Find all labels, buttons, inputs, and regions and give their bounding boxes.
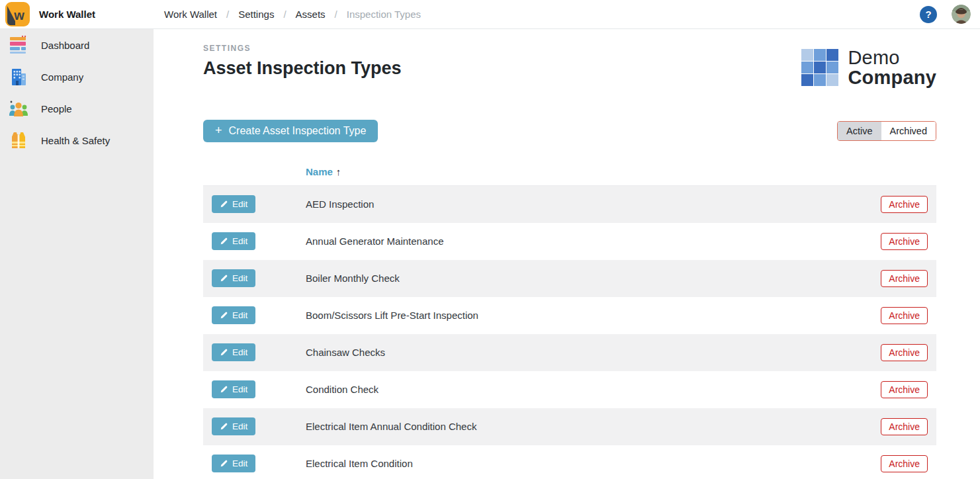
breadcrumb-inspection-types: Inspection Types	[347, 9, 421, 20]
table-row: Edit AED Inspection Archive	[203, 186, 936, 223]
pencil-icon	[220, 238, 228, 245]
sidebar-item-dashboard[interactable]: Dashboard	[0, 29, 154, 61]
edit-button-label: Edit	[232, 421, 247, 431]
sort-ascending-icon[interactable]: ↑	[336, 166, 341, 177]
demo-company-logo: Demo Company	[801, 48, 936, 88]
table-row: Edit Annual Generator Maintenance Archiv…	[203, 223, 936, 260]
filter-active-button[interactable]: Active	[838, 122, 881, 140]
help-icon[interactable]: ?	[920, 6, 937, 23]
row-name: Boiler Monthly Check	[306, 273, 881, 284]
topbar-actions: ?	[920, 5, 980, 24]
row-name: Condition Check	[306, 384, 881, 395]
user-avatar[interactable]	[952, 5, 971, 24]
edit-button[interactable]: Edit	[212, 380, 255, 398]
sidebar-item-company[interactable]: Company	[0, 61, 154, 93]
pencil-icon	[220, 312, 228, 320]
active-archived-toggle: Active Archived	[837, 121, 936, 141]
archive-button[interactable]: Archive	[881, 307, 928, 324]
breadcrumb-separator: /	[335, 9, 337, 20]
safety-vest-icon	[8, 130, 29, 151]
pencil-icon	[220, 386, 228, 394]
sidebar-item-label: Health & Safety	[41, 135, 110, 146]
edit-button-label: Edit	[232, 458, 247, 468]
edit-button-label: Edit	[232, 347, 247, 357]
sidebar-item-label: People	[41, 103, 72, 114]
archive-button[interactable]: Archive	[881, 270, 928, 287]
sidebar: Dashboard Company	[0, 29, 154, 479]
edit-button[interactable]: Edit	[212, 455, 255, 472]
pencil-icon	[220, 200, 228, 208]
edit-button-label: Edit	[232, 310, 247, 320]
table-header: Name ↑	[203, 158, 936, 186]
company-logo-grid-icon	[801, 49, 838, 86]
table-row: Edit Electrical Item Annual Condition Ch…	[203, 408, 936, 445]
pencil-icon	[220, 460, 228, 468]
breadcrumb-separator: /	[283, 9, 286, 20]
top-bar: w Work Wallet Work Wallet / Settings / A…	[0, 0, 980, 29]
edit-button-label: Edit	[232, 384, 247, 394]
sidebar-item-label: Dashboard	[41, 40, 89, 51]
work-wallet-logo-icon: w	[5, 2, 30, 26]
edit-button-label: Edit	[232, 199, 247, 209]
table-row: Edit Condition Check Archive	[203, 371, 936, 408]
brand-name: Work Wallet	[39, 9, 95, 20]
breadcrumb: Work Wallet / Settings / Assets / Inspec…	[154, 9, 421, 20]
archive-button[interactable]: Archive	[881, 455, 928, 472]
archive-button[interactable]: Archive	[881, 233, 928, 250]
pencil-icon	[220, 275, 228, 283]
row-name: Annual Generator Maintenance	[306, 236, 881, 247]
edit-button[interactable]: Edit	[212, 269, 255, 287]
table-row: Edit Chainsaw Checks Archive	[203, 334, 936, 371]
edit-button-label: Edit	[232, 236, 247, 246]
pencil-icon	[220, 349, 228, 357]
row-name: Chainsaw Checks	[306, 347, 881, 358]
main-content: SETTINGS Asset Inspection Types Demo Com…	[154, 29, 980, 479]
edit-button[interactable]: Edit	[212, 417, 255, 435]
column-header-name[interactable]: Name	[306, 166, 333, 177]
table-row: Edit Boiler Monthly Check Archive	[203, 260, 936, 297]
inspection-types-table: Name ↑ Edit AED Inspection Archive Edi	[203, 158, 936, 479]
row-name: AED Inspection	[306, 198, 881, 210]
brand[interactable]: w Work Wallet	[0, 2, 154, 26]
edit-button[interactable]: Edit	[212, 232, 255, 250]
company-logo-line2: Company	[848, 67, 936, 87]
edit-button[interactable]: Edit	[212, 343, 255, 361]
edit-button-label: Edit	[232, 273, 247, 283]
table-row: Edit Electrical Item Condition Archive	[203, 445, 936, 479]
breadcrumb-settings[interactable]: Settings	[238, 9, 274, 20]
section-eyebrow: SETTINGS	[203, 44, 402, 53]
archive-button[interactable]: Archive	[881, 196, 928, 213]
table-row: Edit Boom/Scissors Lift Pre-Start Inspec…	[203, 297, 936, 334]
create-asset-inspection-type-button[interactable]: + Create Asset Inspection Type	[203, 120, 378, 142]
edit-button[interactable]: Edit	[212, 195, 255, 213]
filter-archived-button[interactable]: Archived	[881, 122, 936, 140]
page-title: Asset Inspection Types	[203, 58, 402, 79]
breadcrumb-work-wallet[interactable]: Work Wallet	[164, 9, 217, 20]
pencil-icon	[220, 423, 228, 431]
archive-button[interactable]: Archive	[881, 418, 928, 435]
company-building-icon	[8, 66, 29, 87]
breadcrumb-assets[interactable]: Assets	[296, 9, 326, 20]
plus-icon: +	[215, 124, 222, 136]
row-name: Electrical Item Annual Condition Check	[306, 421, 881, 432]
row-name: Electrical Item Condition	[306, 458, 881, 469]
sidebar-item-label: Company	[41, 71, 83, 83]
sidebar-item-people[interactable]: People	[0, 93, 154, 124]
dashboard-icon	[8, 34, 29, 56]
row-name: Boom/Scissors Lift Pre-Start Inspection	[306, 310, 881, 321]
company-logo-line1: Demo	[848, 48, 936, 67]
create-button-label: Create Asset Inspection Type	[229, 125, 367, 137]
table-body: Edit AED Inspection Archive Edit Annual …	[203, 186, 936, 479]
edit-button[interactable]: Edit	[212, 306, 255, 324]
sidebar-item-health-safety[interactable]: Health & Safety	[0, 124, 154, 156]
people-icon	[8, 98, 29, 119]
archive-button[interactable]: Archive	[881, 344, 928, 361]
breadcrumb-separator: /	[226, 9, 229, 20]
archive-button[interactable]: Archive	[881, 381, 928, 398]
svg-text:w: w	[13, 8, 24, 22]
